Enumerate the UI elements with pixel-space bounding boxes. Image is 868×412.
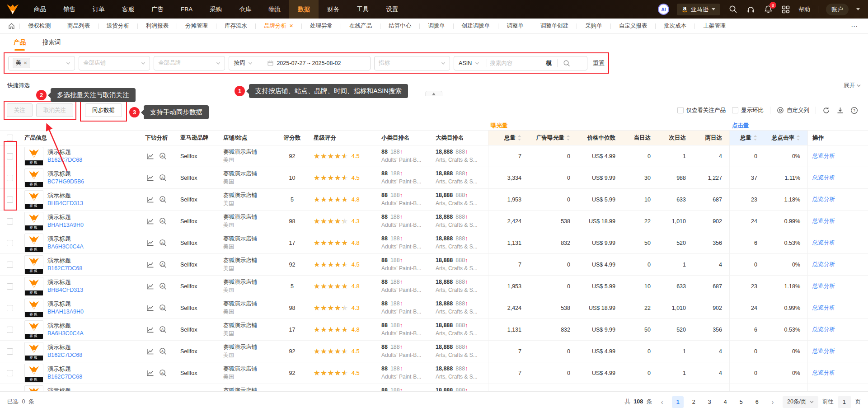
- nav-menu-item-2[interactable]: 订单: [84, 0, 113, 19]
- apps-grid-icon[interactable]: [781, 5, 791, 14]
- page-size-select[interactable]: 20条/页: [783, 396, 818, 408]
- asin-link[interactable]: BC7HG9D5B6: [47, 178, 84, 185]
- nav-menu-item-6[interactable]: 采购: [201, 0, 230, 19]
- remove-tag-icon[interactable]: ✕: [23, 61, 27, 66]
- tab-item-4[interactable]: 分摊管理: [178, 22, 215, 30]
- drilldown-keyword-icon[interactable]: A: [159, 261, 167, 268]
- asin-link[interactable]: B162C7DC68: [47, 265, 82, 272]
- asin-link[interactable]: B162C7DC68: [47, 352, 82, 359]
- drilldown-chart-icon[interactable]: [146, 239, 154, 247]
- notifications-bell-icon[interactable]: 8: [763, 5, 773, 14]
- page-button-5[interactable]: 5: [735, 396, 747, 408]
- close-tab-icon[interactable]: ✕: [289, 23, 293, 29]
- drilldown-chart-icon[interactable]: [146, 304, 154, 312]
- custom-columns-button[interactable]: 自定义列: [777, 107, 809, 114]
- drilldown-keyword-icon[interactable]: A: [159, 347, 167, 355]
- asin-link[interactable]: BHAH13A9H0: [47, 222, 84, 229]
- search-input[interactable]: [490, 60, 543, 66]
- page-button-3[interactable]: 3: [704, 396, 715, 408]
- search-submit-icon[interactable]: [563, 60, 574, 67]
- nav-menu-item-9[interactable]: 数据: [289, 0, 319, 19]
- drilldown-chart-icon[interactable]: [146, 283, 154, 290]
- asin-link[interactable]: BHB4CFD313: [47, 287, 83, 294]
- row-checkbox[interactable]: [7, 370, 13, 376]
- overview-analysis-link[interactable]: 总览分析: [812, 239, 835, 247]
- sync-data-button[interactable]: 同步数据: [85, 103, 122, 117]
- drilldown-chart-icon[interactable]: [146, 370, 154, 377]
- overview-analysis-link[interactable]: 总览分析: [812, 217, 835, 225]
- tab-item-17[interactable]: 上架管理: [696, 22, 733, 30]
- nav-menu-item-7[interactable]: 仓库: [230, 0, 260, 19]
- subtab-1[interactable]: 搜索词: [42, 34, 61, 51]
- nav-menu-item-1[interactable]: 销售: [55, 0, 84, 19]
- match-mode-toggle[interactable]: 模: [546, 59, 552, 67]
- search-icon[interactable]: [728, 5, 738, 14]
- drilldown-keyword-icon[interactable]: A: [159, 369, 167, 377]
- drilldown-chart-icon[interactable]: [146, 153, 154, 160]
- only-followed-checkbox[interactable]: 仅查看关注产品: [677, 107, 726, 114]
- asin-link[interactable]: BA6H3C0C4A: [47, 330, 84, 337]
- tab-item-1[interactable]: 商品列表: [60, 22, 97, 30]
- drilldown-keyword-icon[interactable]: A: [159, 326, 167, 333]
- tab-item-8[interactable]: 在线产品: [342, 22, 379, 30]
- reset-button[interactable]: 重置: [593, 59, 605, 67]
- tab-item-15[interactable]: 自定义报表: [612, 22, 655, 30]
- overview-analysis-link[interactable]: 总览分析: [812, 174, 835, 182]
- tab-item-13[interactable]: 调整单创建: [533, 22, 576, 30]
- headset-icon[interactable]: [746, 5, 755, 14]
- tab-item-7[interactable]: 处理异常: [303, 22, 340, 30]
- asin-link[interactable]: BA6H3C0C4A: [47, 243, 84, 250]
- more-tabs-button[interactable]: ⋯: [845, 22, 863, 30]
- help-link[interactable]: 帮助: [798, 5, 810, 14]
- row-checkbox[interactable]: [7, 305, 13, 311]
- row-checkbox[interactable]: [7, 262, 13, 268]
- prev-page-button[interactable]: ‹: [656, 396, 668, 408]
- overview-analysis-link[interactable]: 总览分析: [812, 347, 835, 355]
- ai-assistant-icon[interactable]: AI: [658, 4, 669, 15]
- asin-link[interactable]: BHB4CFD313: [47, 200, 83, 207]
- drilldown-keyword-icon[interactable]: A: [159, 174, 167, 182]
- site-tag[interactable]: 美✕: [13, 58, 30, 68]
- account-chevron-down-icon[interactable]: [856, 8, 860, 10]
- nav-menu-item-3[interactable]: 客服: [113, 0, 143, 19]
- period-select[interactable]: 按周: [229, 59, 257, 67]
- home-icon[interactable]: [8, 23, 15, 29]
- drilldown-chart-icon[interactable]: [146, 218, 154, 225]
- row-checkbox[interactable]: [7, 283, 13, 290]
- tab-item-11[interactable]: 创建调拨单: [455, 22, 497, 30]
- row-checkbox[interactable]: [7, 240, 13, 246]
- nav-menu-item-5[interactable]: FBA: [172, 0, 201, 19]
- help-circle-icon[interactable]: ?: [850, 107, 858, 114]
- overview-analysis-link[interactable]: 总览分析: [812, 282, 835, 290]
- tab-item-2[interactable]: 退货分析: [99, 22, 136, 30]
- tab-item-12[interactable]: 调整单: [499, 22, 531, 30]
- nav-menu-item-11[interactable]: 工具: [348, 0, 377, 19]
- tab-item-0[interactable]: 侵权检测: [21, 22, 58, 30]
- asin-link[interactable]: B162C7DC68: [47, 374, 82, 380]
- brand-select[interactable]: 全部品牌: [154, 56, 225, 70]
- tab-item-14[interactable]: 采购单: [578, 22, 610, 30]
- row-checkbox[interactable]: [7, 348, 13, 355]
- tab-item-9[interactable]: 结算中心: [381, 22, 418, 30]
- store-select[interactable]: 全部店铺: [79, 56, 150, 70]
- select-all-checkbox[interactable]: [7, 135, 13, 141]
- page-button-6[interactable]: 6: [751, 396, 763, 408]
- expand-toggle[interactable]: 展开: [844, 82, 861, 89]
- goto-page-input[interactable]: 1: [838, 396, 851, 408]
- metric-select[interactable]: 指标: [374, 56, 450, 70]
- overview-analysis-link[interactable]: 总览分析: [812, 369, 835, 377]
- page-button-1[interactable]: 1: [672, 396, 684, 408]
- drilldown-chart-icon[interactable]: [146, 174, 154, 182]
- drilldown-keyword-icon[interactable]: A: [159, 282, 167, 290]
- site-select[interactable]: 美✕: [8, 56, 75, 70]
- overview-analysis-link[interactable]: 总览分析: [812, 152, 835, 160]
- row-checkbox[interactable]: [7, 327, 13, 333]
- tab-item-16[interactable]: 批次成本: [657, 22, 694, 30]
- overview-analysis-link[interactable]: 总览分析: [812, 326, 835, 333]
- tab-item-3[interactable]: 利润报表: [139, 22, 176, 30]
- page-button-2[interactable]: 2: [688, 396, 699, 408]
- tab-item-6[interactable]: 品牌分析✕: [257, 22, 300, 30]
- tab-item-10[interactable]: 调拨单: [421, 22, 452, 30]
- nav-menu-item-4[interactable]: 广告: [143, 0, 172, 19]
- page-button-4[interactable]: 4: [719, 396, 731, 408]
